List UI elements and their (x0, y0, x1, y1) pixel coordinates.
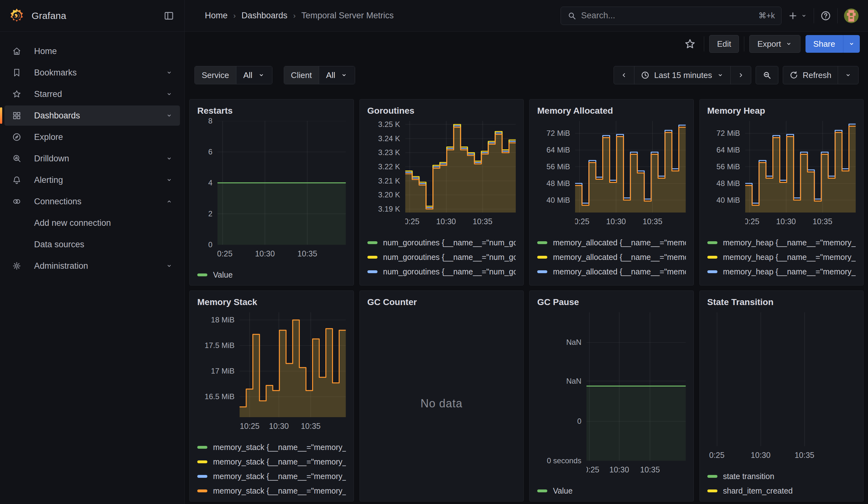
legend-item[interactable]: memory_heap {__name__="memory_h (707, 237, 856, 248)
chart-area: 72 MiB64 MiB56 MiB48 MiB40 MiB (707, 121, 856, 213)
client-variable-dropdown[interactable]: Client All (284, 66, 355, 84)
legend-item[interactable]: num_goroutines {__name__="num_go (368, 252, 516, 263)
legend-item-label: memory_heap {__name__="memory_h (723, 253, 856, 262)
y-axis-tick-label: 0 seconds (547, 456, 581, 465)
panel-grid: Restarts8642010:2510:3010:35ValueGorouti… (185, 99, 868, 504)
refresh-button[interactable]: Refresh (783, 66, 838, 84)
sidebar-item-add-new-connection[interactable]: Add new connection (4, 213, 180, 233)
legend-item[interactable]: num_goroutines {__name__="num_go (368, 266, 516, 277)
divider (744, 36, 744, 51)
chevron-up-icon (165, 198, 173, 205)
legend-item[interactable]: state transition (707, 471, 856, 482)
sidebar-item-explore[interactable]: Explore (4, 127, 180, 147)
plot-region (707, 312, 856, 446)
time-range-picker[interactable]: Last 15 minutes (634, 66, 730, 84)
legend-item[interactable]: memory_heap {__name__="memory_h (707, 252, 856, 263)
legend-color-swatch (197, 475, 207, 478)
sidebar-item-administration[interactable]: Administration (4, 256, 180, 276)
y-axis-tick-label: 48 MiB (546, 179, 570, 188)
sidebar-item-label: Starred (34, 89, 62, 99)
sidebar-toggle-icon[interactable] (162, 9, 176, 23)
y-axis-tick-label: 3.19 K (378, 205, 400, 214)
panel-memory_heap: Memory Heap72 MiB64 MiB56 MiB48 MiB40 Mi… (700, 99, 864, 286)
y-axis-tick-label: 48 MiB (716, 179, 740, 188)
panel-title[interactable]: GC Counter (368, 297, 516, 311)
legend-item[interactable]: memory_stack {__name__="memory_s (197, 442, 346, 453)
y-axis-tick-label: 0 (577, 417, 581, 426)
sidebar-item-label: Dashboards (34, 111, 80, 121)
legend-item[interactable]: memory_heap {__name__="memory_h (707, 266, 856, 277)
search-box[interactable]: ⌘+k (560, 7, 782, 25)
sidebar-item-label: Administration (34, 261, 88, 271)
legend: memory_allocated {__name__="memomemory_a… (537, 233, 686, 280)
favorite-star-icon[interactable] (681, 38, 699, 50)
time-shift-back-button[interactable] (614, 66, 634, 84)
legend-item[interactable]: memory_allocated {__name__="memo (537, 266, 686, 277)
panel-memory_allocated: Memory Allocated72 MiB64 MiB56 MiB48 MiB… (529, 99, 694, 286)
export-button[interactable]: Export (749, 35, 800, 53)
panel-title[interactable]: GC Pause (537, 297, 686, 311)
legend-item[interactable]: memory_stack {__name__="memory_s (197, 456, 346, 467)
breadcrumb-home[interactable]: Home (205, 11, 228, 21)
chevron-down-icon (165, 69, 173, 76)
sidebar-item-drilldown[interactable]: Drilldown (4, 148, 180, 169)
plus-icon (788, 11, 798, 21)
legend-item-label: memory_allocated {__name__="memo (553, 238, 686, 247)
legend-color-swatch (537, 270, 547, 273)
y-axis-tick-label: 3.21 K (378, 176, 400, 185)
legend-color-swatch (368, 270, 378, 273)
zoom-out-button[interactable] (756, 66, 778, 84)
y-axis-tick-label: 3.24 K (378, 134, 400, 143)
sidebar-item-home[interactable]: Home (4, 41, 180, 61)
search-input[interactable] (581, 11, 754, 21)
sidebar-item-dashboards[interactable]: Dashboards (4, 105, 180, 126)
sidebar-item-label: Alerting (34, 175, 63, 185)
plot-region (745, 121, 856, 213)
panel-title[interactable]: State Transition (707, 297, 856, 311)
sidebar-item-connections[interactable]: Connections (4, 192, 180, 212)
add-new-button[interactable] (788, 11, 807, 21)
legend-item-label: state transition (723, 472, 775, 481)
panel-title[interactable]: Restarts (197, 106, 346, 120)
y-axis-tick-label: 72 MiB (716, 129, 740, 138)
legend-item[interactable]: shard_item_created (707, 485, 856, 496)
service-variable-dropdown[interactable]: Service All (194, 66, 272, 84)
edit-button[interactable]: Edit (709, 35, 739, 53)
legend-item[interactable]: num_goroutines {__name__="num_go (368, 237, 516, 248)
legend-item[interactable]: memory_stack {__name__="memory_s (197, 485, 346, 496)
legend-item-label: num_goroutines {__name__="num_go (383, 267, 516, 276)
help-button[interactable] (820, 10, 831, 21)
sidebar-item-bookmarks[interactable]: Bookmarks (4, 63, 180, 83)
panel-title[interactable]: Memory Stack (197, 297, 346, 311)
breadcrumb-separator: › (293, 11, 296, 20)
legend-item[interactable]: Value (537, 485, 686, 496)
breadcrumb-dashboards[interactable]: Dashboards (241, 11, 288, 21)
legend: memory_heap {__name__="memory_hmemory_he… (707, 233, 856, 280)
sidebar-item-data-sources[interactable]: Data sources (4, 234, 180, 255)
share-button[interactable]: Share (806, 35, 843, 53)
chevron-down-icon (844, 71, 852, 79)
sidebar-item-starred[interactable]: Starred (4, 84, 180, 104)
time-shift-forward-button[interactable] (730, 66, 751, 84)
legend-item[interactable]: memory_allocated {__name__="memo (537, 237, 686, 248)
chevron-down-icon (165, 90, 173, 98)
panel-title[interactable]: Memory Heap (707, 106, 856, 120)
divider (814, 8, 814, 23)
panel-title[interactable]: Memory Allocated (537, 106, 686, 120)
legend-item[interactable]: memory_stack {__name__="memory_s (197, 471, 346, 482)
user-avatar[interactable] (844, 9, 859, 23)
sidebar-item-label: Home (34, 47, 57, 56)
legend: num_goroutines {__name__="num_gonum_goro… (368, 233, 516, 280)
y-axis: 18 MiB17.5 MiB17 MiB16.5 MiB (197, 312, 240, 417)
x-axis-tick-label: 10:30 (609, 465, 629, 474)
refresh-interval-button[interactable] (838, 66, 858, 84)
sidebar-item-alerting[interactable]: Alerting (4, 170, 180, 190)
panel-title[interactable]: Goroutines (368, 106, 516, 120)
legend-item[interactable]: memory_allocated {__name__="memo (537, 252, 686, 263)
x-axis-tick-label: 10:35 (473, 217, 493, 226)
chart-area: 72 MiB64 MiB56 MiB48 MiB40 MiB (537, 121, 686, 213)
service-variable-label: Service (195, 66, 236, 84)
legend-item[interactable]: Value (197, 269, 346, 280)
grid-icon (12, 111, 21, 120)
share-menu-button[interactable] (843, 35, 860, 53)
